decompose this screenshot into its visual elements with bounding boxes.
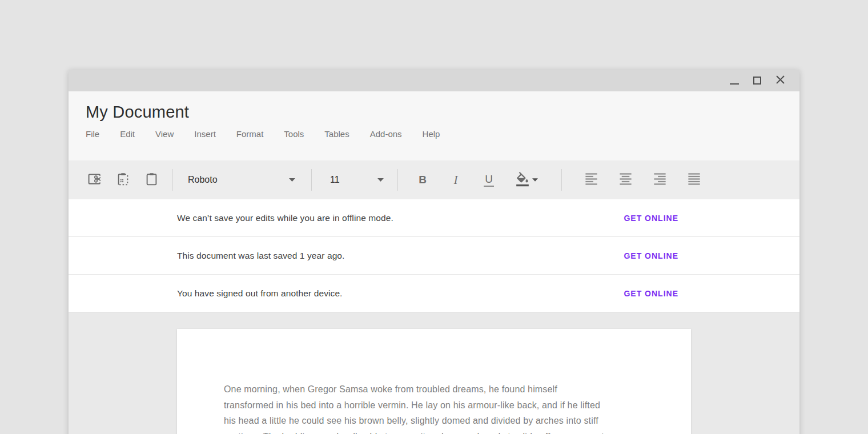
get-online-link[interactable]: GET ONLINE [624,251,678,260]
chevron-down-icon [532,178,538,182]
toolbar-divider [311,169,312,191]
banner-message: We can’t save your edits while you are i… [177,213,624,223]
italic-button[interactable]: I [447,171,464,188]
paste-special-button[interactable] [115,172,131,188]
close-button[interactable] [772,73,788,89]
fill-color-button[interactable] [512,171,541,188]
align-right-icon [652,171,668,188]
font-family-value: Roboto [188,175,218,185]
menu-edit[interactable]: Edit [120,129,135,139]
chevron-down-icon [377,178,384,182]
font-size-select[interactable]: 11 [321,175,391,185]
chevron-down-icon [289,178,295,182]
align-center-button[interactable] [618,172,633,188]
menu-insert[interactable]: Insert [194,129,216,139]
window-titlebar [69,70,799,91]
close-icon [775,75,785,86]
align-left-button[interactable] [584,172,599,188]
italic-icon: I [454,174,458,187]
document-header: My Document File Edit View Insert Format… [69,91,799,160]
cut-button[interactable] [87,172,102,188]
bold-icon: B [419,174,427,186]
offline-banner: We can’t save your edits while you are i… [69,199,799,237]
bold-button[interactable]: B [414,171,431,188]
align-center-icon [618,171,633,188]
menubar: File Edit View Insert Format Tools Table… [86,129,799,139]
document-canvas: One morning, when Gregor Samsa woke from… [69,312,799,434]
document-text-line: transformed in his bed into a horrible v… [224,397,644,413]
paste-button[interactable] [144,172,159,188]
align-right-button[interactable] [652,172,668,188]
menu-file[interactable]: File [86,129,99,139]
minimize-button[interactable] [726,73,742,89]
toolbar-divider [561,169,562,191]
cut-icon [87,171,102,188]
alignment-group [584,172,702,188]
banner-message: This document was last saved 1 year ago. [177,251,624,261]
maximize-icon [753,77,761,85]
notification-banners: We can’t save your edits while you are i… [69,199,799,312]
document-text-line: One morning, when Gregor Samsa woke from… [224,381,644,397]
signed-out-banner: You have signed out from another device.… [69,275,799,312]
get-online-link[interactable]: GET ONLINE [624,214,678,223]
menu-addons[interactable]: Add-ons [370,129,402,139]
app-window: My Document File Edit View Insert Format… [69,70,799,434]
toolbar-divider [172,169,173,191]
underline-button[interactable]: U [480,171,497,188]
document-text-line: his head a little he could see his brown… [224,413,644,429]
get-online-link[interactable]: GET ONLINE [624,289,678,298]
align-justify-button[interactable] [686,172,702,188]
font-size-value: 11 [330,175,340,185]
last-saved-banner: This document was last saved 1 year ago.… [69,237,799,275]
toolbar-divider [397,169,398,191]
menu-tools[interactable]: Tools [284,129,304,139]
menu-tables[interactable]: Tables [324,129,349,139]
paste-special-icon [115,171,131,188]
page-title: My Document [86,91,799,121]
menu-help[interactable]: Help [423,129,440,139]
document-page[interactable]: One morning, when Gregor Samsa woke from… [177,329,691,434]
underline-icon: U [484,174,494,187]
minimize-icon [730,83,739,85]
document-text-line: sections. The bedding was hardly able to… [224,429,644,434]
font-family-select[interactable]: Roboto [187,175,301,185]
align-justify-icon [686,171,702,188]
banner-message: You have signed out from another device. [177,288,624,299]
menu-view[interactable]: View [155,129,174,139]
maximize-button[interactable] [749,73,765,89]
fill-color-icon [515,172,530,188]
formatting-toolbar: Roboto 11 B I U [69,160,799,199]
paste-icon [144,171,159,188]
align-left-icon [584,171,599,188]
menu-format[interactable]: Format [236,129,264,139]
